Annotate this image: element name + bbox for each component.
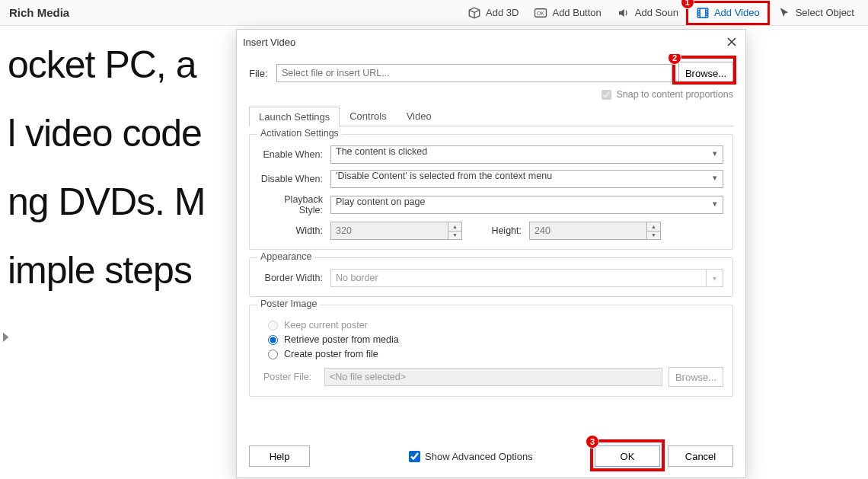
- toolbar-label: Select Object: [796, 7, 854, 18]
- snap-checkbox: [602, 90, 611, 100]
- border-width-label: Border Width:: [259, 273, 330, 283]
- enable-when-label: Enable When:: [259, 149, 330, 160]
- help-button[interactable]: Help: [249, 445, 310, 467]
- poster-create-radio[interactable]: [268, 350, 278, 359]
- svg-text:OK: OK: [538, 11, 545, 16]
- poster-file-input: [324, 368, 662, 386]
- dialog-titlebar: Insert Video: [237, 30, 745, 54]
- poster-keep-label: Keep current poster: [284, 320, 368, 331]
- show-advanced-checkbox[interactable]: [409, 451, 420, 462]
- callout-badge-1: 1: [681, 0, 694, 9]
- disable-when-label: Disable When:: [259, 174, 330, 184]
- group-legend: Poster Image: [257, 299, 320, 309]
- width-input: [330, 222, 448, 240]
- collapse-handle[interactable]: ▶: [3, 329, 8, 343]
- poster-image-group: Poster Image Keep current poster Retriev…: [249, 305, 733, 397]
- height-input: [529, 222, 647, 240]
- file-input[interactable]: [276, 64, 672, 82]
- snap-label: Snap to content proportions: [616, 89, 733, 100]
- disable-when-select[interactable]: 'Disable Content' is selected from the c…: [330, 170, 723, 188]
- tab-controls[interactable]: Controls: [340, 106, 396, 126]
- cursor-icon: [777, 6, 791, 20]
- browse-button[interactable]: Browse...: [678, 62, 733, 85]
- ok-button[interactable]: OK: [595, 445, 660, 467]
- poster-retrieve-radio[interactable]: [268, 335, 278, 345]
- add-3d-button[interactable]: Add 3D: [460, 3, 526, 23]
- add-button-button[interactable]: OK Add Button: [526, 3, 608, 23]
- tab-video[interactable]: Video: [397, 106, 442, 126]
- poster-keep-radio: [268, 321, 278, 331]
- group-legend: Activation Settings: [257, 128, 342, 139]
- cube-icon: [468, 6, 481, 20]
- tabs: Launch Settings Controls Video: [249, 106, 733, 126]
- ok-box-icon: OK: [534, 6, 547, 20]
- height-spinner: ▲▼: [647, 222, 661, 240]
- chevron-down-icon: ▾: [707, 269, 723, 287]
- width-label: Width:: [259, 225, 330, 236]
- toolbar-label: Add Soun: [635, 7, 678, 18]
- playback-style-select[interactable]: Play content on page: [330, 196, 723, 214]
- add-video-button[interactable]: 1 Add Video: [686, 1, 770, 25]
- tab-launch-settings[interactable]: Launch Settings: [249, 107, 340, 126]
- group-legend: Appearance: [257, 251, 314, 262]
- add-sound-button[interactable]: Add Soun: [609, 3, 686, 23]
- insert-video-dialog: Insert Video File: Browse... 2 Snap to c…: [236, 29, 746, 478]
- appearance-group: Appearance Border Width: No border ▾: [249, 257, 733, 297]
- close-icon: [727, 37, 736, 46]
- dialog-title: Insert Video: [243, 37, 295, 48]
- dialog-footer: Help Show Advanced Options OK 3 Cancel: [237, 438, 745, 477]
- rich-media-toolbar: Rich Media Add 3D OK Add Button Add Soun…: [0, 0, 868, 26]
- toolbar-label: Add Button: [552, 7, 601, 18]
- poster-file-label: Poster File:: [263, 372, 318, 382]
- show-advanced-label: Show Advanced Options: [425, 451, 533, 462]
- select-object-button[interactable]: Select Object: [770, 3, 862, 23]
- toolbar-label: Add Video: [714, 7, 760, 18]
- toolbar-label: Add 3D: [486, 7, 519, 18]
- playback-style-label: Playback Style:: [259, 194, 330, 216]
- close-button[interactable]: [724, 34, 739, 49]
- speaker-icon: [617, 6, 630, 20]
- poster-retrieve-label[interactable]: Retrieve poster from media: [284, 334, 399, 345]
- section-label: Rich Media: [6, 6, 69, 19]
- height-label: Height:: [483, 225, 529, 236]
- poster-create-label[interactable]: Create poster from file: [284, 349, 378, 359]
- film-icon: [696, 6, 710, 20]
- file-label: File:: [249, 68, 270, 79]
- poster-browse-button: Browse...: [669, 367, 723, 387]
- cancel-button[interactable]: Cancel: [668, 445, 733, 467]
- width-spinner: ▲▼: [448, 222, 462, 240]
- activation-settings-group: Activation Settings Enable When: The con…: [249, 134, 733, 250]
- enable-when-select[interactable]: The content is clicked: [330, 145, 723, 164]
- border-width-select: No border: [330, 269, 707, 287]
